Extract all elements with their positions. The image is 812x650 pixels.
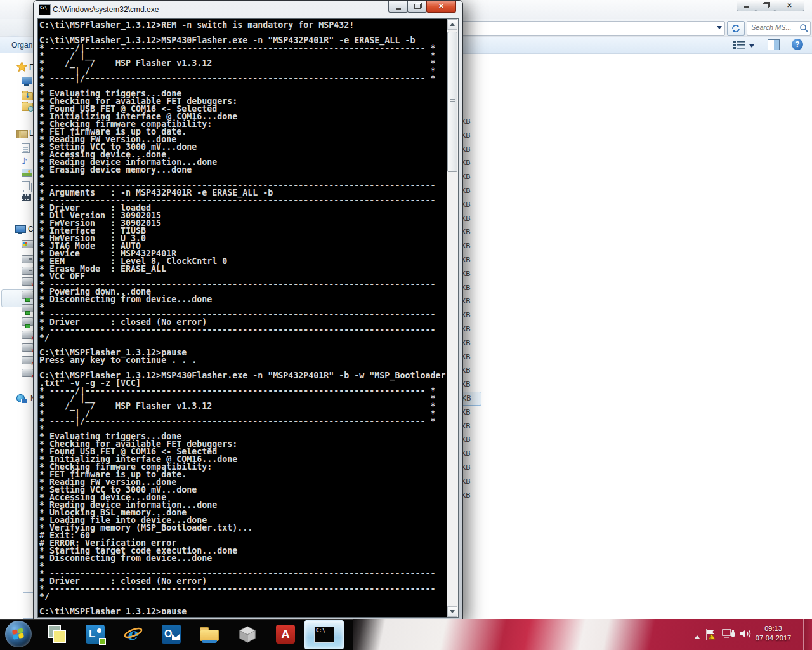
sidebar-item-favorites[interactable]: Fa: [16, 62, 27, 75]
refresh-button[interactable]: [727, 21, 745, 36]
os-drive-icon: [22, 240, 34, 248]
minimize-icon: [396, 8, 401, 10]
network-drive-icon: [22, 304, 34, 312]
scroll-up-button[interactable]: [447, 19, 457, 30]
network-drive-icon: ✕: [22, 343, 34, 352]
sidebar-item-documents[interactable]: [22, 143, 30, 153]
views-dropdown-icon[interactable]: [749, 44, 754, 50]
clock-time: 09:13: [750, 624, 797, 633]
sidebar-item-network-drive-4[interactable]: [22, 317, 34, 326]
computer-icon: [15, 225, 26, 233]
sidebar-item-videos[interactable]: [22, 194, 31, 201]
documents-copy-icon: [22, 181, 30, 190]
network-drive-icon: [22, 317, 34, 326]
network-tray-icon[interactable]: [722, 628, 736, 640]
taskbar-item-sticky-notes[interactable]: [38, 620, 76, 648]
taskbar-clock[interactable]: 09:13 07-04-2017: [750, 624, 797, 643]
hidden-icons-arrow[interactable]: [694, 632, 700, 639]
help-button[interactable]: ?: [792, 39, 803, 50]
recent-places-icon: [22, 103, 33, 111]
cmd-icon: C:\: [39, 4, 51, 15]
console-scrollbar[interactable]: [447, 19, 458, 617]
thumb-grip: [450, 99, 455, 103]
search-input[interactable]: [750, 23, 798, 32]
sidebar-item-libraries[interactable]: Li: [16, 130, 28, 138]
sidebar-item-network-drive-2[interactable]: [22, 291, 34, 299]
windows-flag-icon: [23, 242, 27, 246]
search-box[interactable]: [747, 21, 811, 36]
adobe-reader-icon: A: [276, 625, 295, 644]
console-area[interactable]: C:\ti\MSPFlasher_1.3.12>REM -n switch is…: [37, 18, 459, 618]
sidebar-item-network-drive-5[interactable]: ✕: [22, 331, 34, 339]
preview-pane-icon[interactable]: [768, 39, 780, 50]
taskbar-item-lync[interactable]: L: [76, 620, 114, 648]
connected-icon: [25, 324, 30, 328]
sidebar-item-documents-2[interactable]: [22, 181, 30, 190]
sticky-notes-icon: [48, 625, 67, 644]
cmd-taskbar-icon: C:\_: [314, 627, 334, 643]
sidebar-item-os-drive[interactable]: [22, 240, 34, 248]
libraries-icon: [16, 130, 28, 138]
taskbar-item-adobe-reader[interactable]: A: [266, 620, 304, 648]
network-drive-icon: [22, 291, 34, 299]
sidebar-item-network-drive-7[interactable]: ✕: [22, 356, 34, 364]
taskbar-item-windows-explorer[interactable]: [190, 620, 228, 648]
explorer-restore-button[interactable]: [756, 0, 775, 11]
restore-icon: [763, 3, 769, 8]
action-center-flag-icon[interactable]: !: [705, 628, 716, 640]
drive-icon: [22, 267, 34, 275]
arrow-up-icon: [450, 20, 455, 26]
cmd-window[interactable]: C:\ C:\Windows\system32\cmd.exe ✕ C:\ti\…: [33, 0, 463, 622]
music-note-icon: ♪: [22, 156, 27, 166]
network-globe-icon: [16, 394, 25, 402]
sidebar-item-music[interactable]: ♪: [22, 156, 27, 167]
sidebar-item-local-disk-2[interactable]: [22, 267, 34, 275]
drive-slot: [29, 258, 32, 260]
console-output[interactable]: C:\ti\MSPFlasher_1.3.12>REM -n switch is…: [38, 19, 449, 614]
show-desktop-button[interactable]: [803, 619, 812, 650]
sidebar-item-network-drive-6[interactable]: ✕: [22, 343, 34, 352]
desktop-icon: [22, 77, 32, 84]
documents-icon: [22, 143, 30, 153]
taskbar-item-command-prompt[interactable]: C:\_: [304, 620, 344, 649]
connected-icon: [25, 311, 30, 315]
taskbar-item-virtual-cd[interactable]: [228, 620, 266, 648]
scrollbar-thumb[interactable]: [447, 32, 457, 172]
preview-pane-split: [774, 40, 779, 50]
sidebar-item-recent-places[interactable]: [22, 103, 33, 111]
start-button[interactable]: [5, 621, 32, 647]
cmd-close-button[interactable]: ✕: [426, 1, 456, 13]
sidebar-item-network-drive-1[interactable]: ✕: [22, 277, 34, 286]
videos-icon: [22, 194, 31, 201]
outlook-icon: O: [162, 625, 181, 644]
views-icon[interactable]: [733, 40, 747, 50]
explorer-close-button[interactable]: ✕: [775, 0, 804, 11]
explorer-folder-icon: [199, 626, 219, 642]
sidebar-item-pictures[interactable]: [22, 169, 32, 177]
sidebar-item-network[interactable]: N: [16, 394, 25, 402]
cube-icon: [238, 625, 257, 644]
drive-icon: [22, 255, 34, 263]
downloads-icon: ↓: [22, 92, 33, 100]
sidebar-item-network-drive-8[interactable]: ✕: [22, 369, 34, 377]
address-dropdown-icon[interactable]: [717, 26, 722, 32]
cmd-minimize-button[interactable]: [388, 1, 408, 13]
arrow-down-icon: [450, 610, 455, 616]
network-drive-icon: ✕: [22, 331, 34, 339]
taskbar-item-internet-explorer[interactable]: e: [114, 620, 152, 648]
scroll-down-button[interactable]: [447, 606, 457, 617]
sidebar-item-downloads[interactable]: ↓: [22, 92, 33, 100]
cmd-window-title: C:\Windows\system32\cmd.exe: [53, 5, 159, 14]
cmd-titlebar[interactable]: C:\ C:\Windows\system32\cmd.exe ✕: [34, 1, 462, 18]
sidebar-item-network-drive-3[interactable]: [22, 304, 34, 312]
organize-menu[interactable]: Organ: [11, 41, 32, 50]
network-drive-icon: ✕: [22, 277, 34, 286]
explorer-minimize-button[interactable]: [737, 0, 756, 11]
sidebar-item-computer[interactable]: C: [15, 225, 26, 233]
search-icon: [799, 23, 808, 32]
lync-icon: L: [86, 625, 105, 644]
sidebar-item-local-disk[interactable]: [22, 255, 34, 263]
taskbar-item-outlook[interactable]: O: [152, 620, 190, 648]
sidebar-item-desktop[interactable]: [22, 77, 32, 84]
cmd-maximize-button[interactable]: [407, 1, 427, 13]
